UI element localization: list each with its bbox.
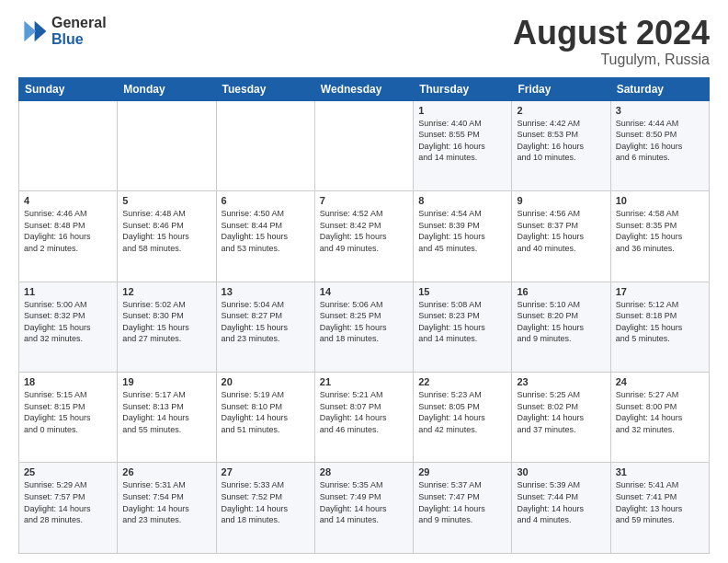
logo: General Blue (18, 15, 107, 47)
calendar-week-row: 4Sunrise: 4:46 AM Sunset: 8:48 PM Daylig… (19, 191, 710, 282)
calendar-cell (19, 100, 118, 190)
calendar-cell: 24Sunrise: 5:27 AM Sunset: 8:00 PM Dayli… (610, 373, 709, 463)
calendar-week-row: 1Sunrise: 4:40 AM Sunset: 8:55 PM Daylig… (19, 100, 710, 190)
calendar-cell: 11Sunrise: 5:00 AM Sunset: 8:32 PM Dayli… (19, 282, 118, 372)
day-info: Sunrise: 5:08 AM Sunset: 8:23 PM Dayligh… (418, 299, 506, 345)
svg-marker-0 (35, 20, 47, 40)
logo-icon (18, 17, 48, 46)
logo-general: General (51, 15, 107, 31)
day-info: Sunrise: 5:29 AM Sunset: 7:57 PM Dayligh… (24, 479, 112, 525)
day-info: Sunrise: 5:00 AM Sunset: 8:32 PM Dayligh… (24, 299, 112, 345)
header-row: SundayMondayTuesdayWednesdayThursdayFrid… (19, 77, 710, 100)
weekday-header: Thursday (414, 77, 512, 100)
day-info: Sunrise: 5:37 AM Sunset: 7:47 PM Dayligh… (418, 479, 506, 525)
calendar-cell: 2Sunrise: 4:42 AM Sunset: 8:53 PM Daylig… (512, 100, 610, 190)
day-info: Sunrise: 5:21 AM Sunset: 8:07 PM Dayligh… (320, 389, 408, 435)
page: General Blue August 2024 Tugulym, Russia… (0, 0, 728, 563)
location-title: Tugulym, Russia (513, 52, 710, 68)
month-title: August 2024 (513, 15, 710, 52)
day-info: Sunrise: 5:31 AM Sunset: 7:54 PM Dayligh… (122, 479, 210, 525)
day-number: 26 (122, 466, 210, 477)
calendar-week-row: 25Sunrise: 5:29 AM Sunset: 7:57 PM Dayli… (19, 463, 710, 554)
header: General Blue August 2024 Tugulym, Russia (18, 15, 710, 68)
day-info: Sunrise: 5:15 AM Sunset: 8:15 PM Dayligh… (24, 389, 112, 435)
day-number: 13 (222, 286, 310, 297)
day-number: 5 (122, 195, 210, 206)
day-number: 21 (320, 376, 408, 387)
day-number: 2 (517, 105, 605, 116)
day-number: 24 (616, 376, 704, 387)
day-number: 9 (517, 195, 605, 206)
calendar-cell: 15Sunrise: 5:08 AM Sunset: 8:23 PM Dayli… (414, 282, 512, 372)
calendar-cell: 26Sunrise: 5:31 AM Sunset: 7:54 PM Dayli… (118, 463, 216, 554)
day-info: Sunrise: 4:54 AM Sunset: 8:39 PM Dayligh… (418, 208, 506, 254)
calendar-cell: 17Sunrise: 5:12 AM Sunset: 8:18 PM Dayli… (610, 282, 709, 372)
calendar-cell: 22Sunrise: 5:23 AM Sunset: 8:05 PM Dayli… (414, 373, 512, 463)
day-info: Sunrise: 5:17 AM Sunset: 8:13 PM Dayligh… (122, 389, 210, 435)
day-number: 19 (122, 376, 210, 387)
day-info: Sunrise: 5:10 AM Sunset: 8:20 PM Dayligh… (517, 299, 605, 345)
day-number: 31 (616, 466, 704, 477)
day-number: 3 (616, 105, 704, 116)
calendar-cell: 27Sunrise: 5:33 AM Sunset: 7:52 PM Dayli… (216, 463, 314, 554)
calendar-cell (314, 100, 413, 190)
day-info: Sunrise: 5:04 AM Sunset: 8:27 PM Dayligh… (222, 299, 310, 345)
calendar-cell: 5Sunrise: 4:48 AM Sunset: 8:46 PM Daylig… (118, 191, 216, 282)
day-number: 25 (24, 466, 112, 477)
calendar-cell: 14Sunrise: 5:06 AM Sunset: 8:25 PM Dayli… (314, 282, 413, 372)
calendar-week-row: 18Sunrise: 5:15 AM Sunset: 8:15 PM Dayli… (19, 373, 710, 463)
calendar-cell: 8Sunrise: 4:54 AM Sunset: 8:39 PM Daylig… (414, 191, 512, 282)
title-block: August 2024 Tugulym, Russia (513, 15, 710, 68)
day-info: Sunrise: 5:35 AM Sunset: 7:49 PM Dayligh… (320, 479, 408, 525)
calendar-cell: 19Sunrise: 5:17 AM Sunset: 8:13 PM Dayli… (118, 373, 216, 463)
calendar-cell: 21Sunrise: 5:21 AM Sunset: 8:07 PM Dayli… (314, 373, 413, 463)
calendar-cell: 9Sunrise: 4:56 AM Sunset: 8:37 PM Daylig… (512, 191, 610, 282)
calendar-cell: 25Sunrise: 5:29 AM Sunset: 7:57 PM Dayli… (19, 463, 118, 554)
day-info: Sunrise: 4:56 AM Sunset: 8:37 PM Dayligh… (517, 208, 605, 254)
day-number: 1 (418, 105, 506, 116)
weekday-header: Saturday (610, 77, 709, 100)
calendar-cell: 4Sunrise: 4:46 AM Sunset: 8:48 PM Daylig… (19, 191, 118, 282)
day-number: 4 (24, 195, 112, 206)
day-number: 18 (24, 376, 112, 387)
day-number: 28 (320, 466, 408, 477)
day-number: 17 (616, 286, 704, 297)
logo-blue: Blue (51, 31, 107, 48)
day-info: Sunrise: 5:41 AM Sunset: 7:41 PM Dayligh… (616, 479, 704, 525)
day-number: 10 (616, 195, 704, 206)
svg-marker-1 (24, 20, 36, 40)
day-info: Sunrise: 5:12 AM Sunset: 8:18 PM Dayligh… (616, 299, 704, 345)
day-info: Sunrise: 4:44 AM Sunset: 8:50 PM Dayligh… (616, 118, 704, 164)
day-number: 23 (517, 376, 605, 387)
day-number: 8 (418, 195, 506, 206)
calendar-week-row: 11Sunrise: 5:00 AM Sunset: 8:32 PM Dayli… (19, 282, 710, 372)
day-info: Sunrise: 5:19 AM Sunset: 8:10 PM Dayligh… (222, 389, 310, 435)
day-number: 16 (517, 286, 605, 297)
day-info: Sunrise: 4:42 AM Sunset: 8:53 PM Dayligh… (517, 118, 605, 164)
day-number: 7 (320, 195, 408, 206)
day-number: 12 (122, 286, 210, 297)
day-number: 27 (222, 466, 310, 477)
calendar-table: SundayMondayTuesdayWednesdayThursdayFrid… (18, 77, 710, 554)
day-info: Sunrise: 5:23 AM Sunset: 8:05 PM Dayligh… (418, 389, 506, 435)
calendar-cell: 28Sunrise: 5:35 AM Sunset: 7:49 PM Dayli… (314, 463, 413, 554)
day-info: Sunrise: 5:39 AM Sunset: 7:44 PM Dayligh… (517, 479, 605, 525)
calendar-cell: 18Sunrise: 5:15 AM Sunset: 8:15 PM Dayli… (19, 373, 118, 463)
day-info: Sunrise: 4:46 AM Sunset: 8:48 PM Dayligh… (24, 208, 112, 254)
day-info: Sunrise: 5:02 AM Sunset: 8:30 PM Dayligh… (122, 299, 210, 345)
day-info: Sunrise: 5:06 AM Sunset: 8:25 PM Dayligh… (320, 299, 408, 345)
day-number: 6 (222, 195, 310, 206)
weekday-header: Tuesday (216, 77, 314, 100)
calendar-cell: 20Sunrise: 5:19 AM Sunset: 8:10 PM Dayli… (216, 373, 314, 463)
day-info: Sunrise: 5:25 AM Sunset: 8:02 PM Dayligh… (517, 389, 605, 435)
calendar-cell (216, 100, 314, 190)
weekday-header: Monday (118, 77, 216, 100)
calendar-cell: 13Sunrise: 5:04 AM Sunset: 8:27 PM Dayli… (216, 282, 314, 372)
day-info: Sunrise: 5:33 AM Sunset: 7:52 PM Dayligh… (222, 479, 310, 525)
weekday-header: Sunday (19, 77, 118, 100)
calendar-cell: 3Sunrise: 4:44 AM Sunset: 8:50 PM Daylig… (610, 100, 709, 190)
calendar-cell: 31Sunrise: 5:41 AM Sunset: 7:41 PM Dayli… (610, 463, 709, 554)
calendar-cell: 10Sunrise: 4:58 AM Sunset: 8:35 PM Dayli… (610, 191, 709, 282)
day-info: Sunrise: 4:40 AM Sunset: 8:55 PM Dayligh… (418, 118, 506, 164)
calendar-cell: 16Sunrise: 5:10 AM Sunset: 8:20 PM Dayli… (512, 282, 610, 372)
